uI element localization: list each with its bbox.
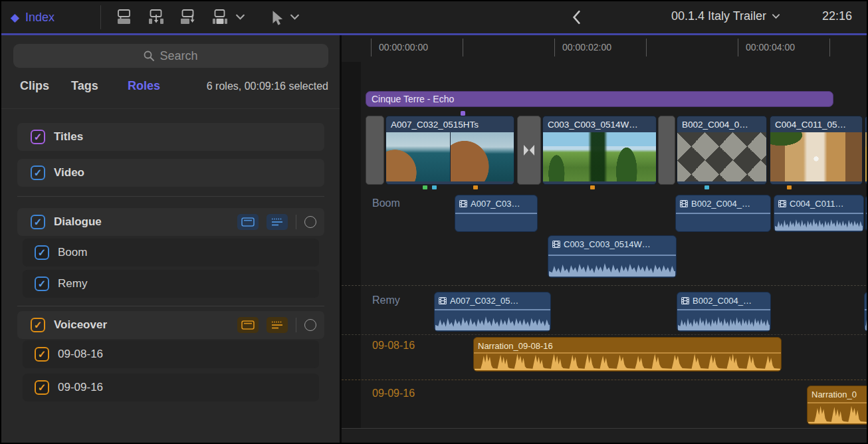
video-thumbnail [770,132,862,181]
role-label-09-08-16: 09-08-16 [58,348,103,361]
video-clip-partial[interactable] [865,116,868,185]
audio-clip-remy-b002[interactable]: B002_C004_… [677,292,771,332]
checkbox-09-08-16[interactable] [35,347,49,362]
ruler-label: 00:00:04:00 [746,42,795,53]
role-label-video: Video [54,166,84,179]
tab-roles[interactable]: Roles [128,79,160,93]
final-cut-pro-window: ◆ Index 00.1.4 Italy Trailer [0,0,868,444]
role-label-boom: Boom [58,246,87,259]
controls-divider [296,318,296,332]
title-clip-cinque-terre[interactable]: Cinque Terre - Echo [366,91,833,107]
timeline-bottom-strip [342,429,868,444]
audio-clip-narration-09-09-16[interactable]: Narration_0 [807,386,868,425]
select-tool-button[interactable] [269,9,286,27]
ruler-tick [463,39,463,56]
selection-summary: 6 roles, 00:09:16 selected [207,80,328,92]
role-row-video[interactable]: Video [17,159,324,187]
checkbox-voiceover[interactable] [31,318,45,332]
edit-tools-chevron-icon[interactable] [235,12,245,22]
role-row-dialogue[interactable]: Dialogue [17,208,324,236]
ruler-label: 00:00:00:00 [379,42,428,53]
collapse-lanes-button[interactable] [237,214,259,230]
expand-lanes-button[interactable] [267,214,288,230]
role-label-09-09-16: 09-09-16 [58,381,103,394]
connection-marker [423,185,427,189]
role-label-voiceover: Voiceover [54,318,107,332]
video-thumbnail [543,132,656,181]
role-label-titles: Titles [54,130,83,144]
audio-clip-boom-a007[interactable]: A007_C03… [455,195,538,232]
lane-separator [342,285,868,286]
lane-separator [342,334,868,335]
clip-marker[interactable] [461,111,465,116]
ruler-tick [371,39,372,56]
audio-clip-boom-b002[interactable]: B002_C004_… [675,195,771,232]
overwrite-clip-button[interactable] [211,9,229,26]
ruler-tick [554,39,555,56]
filmstrip-icon [552,241,560,248]
focus-voiceover-button[interactable] [304,319,316,331]
checkbox-titles[interactable] [31,130,45,144]
project-title: 00.1.4 Italy Trailer [671,9,766,23]
toolbar-divider [100,5,101,29]
ruler-tick [646,39,647,56]
ruler-label: 00:00:02:00 [562,42,611,53]
insert-clip-button[interactable] [148,9,165,26]
audio-clip-remy-a007[interactable]: A007_C032_05… [434,292,551,332]
video-clip-c004[interactable]: C004_C011_05… [770,116,863,185]
section-divider [17,196,324,197]
video-clip-c003[interactable]: C003_C003_0514W… [542,116,657,185]
search-input[interactable]: Search [13,44,328,68]
video-clip-b002[interactable]: B002_C004_0… [677,116,767,185]
connection-marker [473,185,478,189]
tabs-divider [1,108,340,109]
role-row-boom[interactable]: Boom [23,239,319,267]
audio-clip-boom-partial[interactable] [865,195,868,232]
checkbox-boom[interactable] [35,245,49,260]
timecode-ruler[interactable]: 00:00:00:00 00:00:02:00 00:00:04:00 [342,35,868,62]
role-row-09-08-16[interactable]: 09-08-16 [23,340,319,368]
role-row-titles[interactable]: Titles [17,123,324,151]
role-row-remy[interactable]: Remy [23,270,319,298]
role-row-09-09-16[interactable]: 09-09-16 [23,374,319,401]
role-label-dialogue: Dialogue [54,215,102,229]
timeline-index-panel: Search Clips Tags Roles 6 roles, 00:09:1… [1,35,340,444]
tab-tags[interactable]: Tags [71,79,98,93]
transition-clip[interactable] [658,116,675,185]
search-placeholder: Search [160,49,197,63]
project-title-dropdown[interactable]: 00.1.4 Italy Trailer [671,9,780,23]
timeline-back-button[interactable] [572,10,582,25]
audio-clip-narration-09-08-16[interactable]: Narration_09-08-16 [473,337,782,372]
lane-label-boom: Boom [372,197,400,209]
checkbox-video[interactable] [31,166,45,180]
project-chevron-down-icon [772,12,780,21]
audio-clip-boom-c003[interactable]: C003_C003_0514W… [548,235,677,278]
tab-clips[interactable]: Clips [20,79,49,93]
lane-label-09-09-16: 09-09-16 [372,388,415,399]
expand-lanes-button[interactable] [267,317,288,333]
index-label: Index [25,11,54,25]
checkbox-09-09-16[interactable] [35,380,49,395]
checkbox-remy[interactable] [35,277,49,291]
role-row-voiceover[interactable]: Voiceover [17,311,324,339]
toolbar: ◆ Index 00.1.4 Italy Trailer [1,1,867,33]
search-icon [144,51,154,61]
filmstrip-icon [439,297,447,304]
audio-clip-boom-c004[interactable]: C004_C011… [774,195,864,232]
index-diamond-icon: ◆ [11,12,19,23]
audio-clip-remy-partial[interactable] [864,292,868,332]
transition-clip[interactable] [517,116,541,185]
transition-clip[interactable] [366,116,384,185]
controls-divider [296,215,296,229]
lane-label-09-08-16: 09-08-16 [372,340,415,352]
connect-clip-button[interactable] [116,9,133,26]
role-label-remy: Remy [58,277,87,290]
video-clip-a007[interactable]: A007_C032_0515HTs [385,116,514,185]
tool-menu-chevron-icon[interactable] [290,12,300,22]
focus-dialogue-button[interactable] [304,216,316,228]
index-button[interactable]: ◆ Index [11,7,54,27]
video-thumbnail [865,132,868,181]
collapse-lanes-button[interactable] [237,317,259,333]
checkbox-dialogue[interactable] [31,215,45,229]
append-clip-button[interactable] [179,9,197,26]
